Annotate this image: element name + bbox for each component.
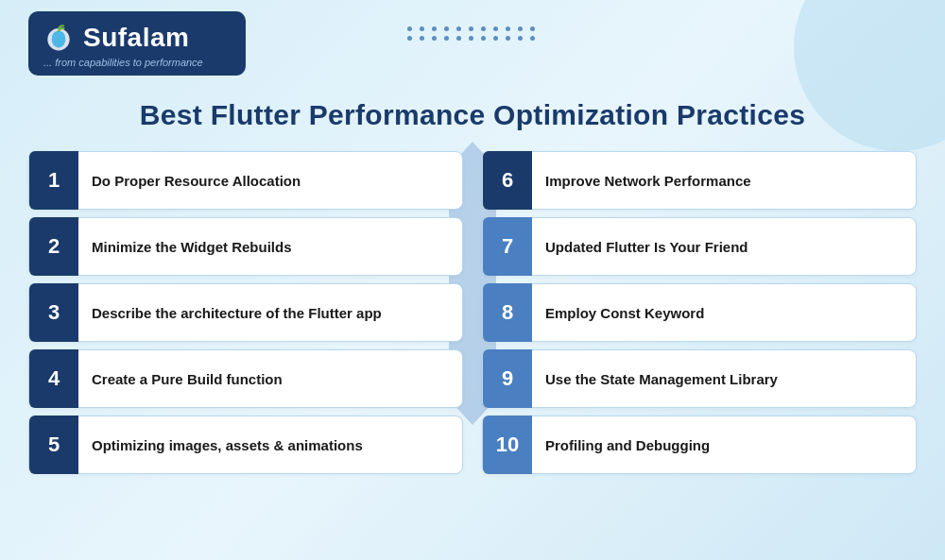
right-column: 6Improve Network Performance7Updated Flu… xyxy=(482,151,917,541)
dot xyxy=(481,36,486,41)
list-item: 5Optimizing images, assets & animations xyxy=(28,416,463,474)
dot xyxy=(456,36,461,41)
dot xyxy=(530,26,535,31)
list-item: 1Do Proper Resource Allocation xyxy=(28,151,463,210)
item-label: Create a Pure Build function xyxy=(92,371,283,387)
list-item: 6Improve Network Performance xyxy=(482,151,917,210)
list-item: 10Profiling and Debugging xyxy=(482,416,917,474)
item-number: 2 xyxy=(29,217,78,276)
list-item: 7Updated Flutter Is Your Friend xyxy=(482,217,917,276)
logo-tagline: ... from capabilities to performance xyxy=(43,57,203,68)
item-number: 4 xyxy=(29,349,78,408)
dot xyxy=(407,36,412,41)
list-item: 4Create a Pure Build function xyxy=(28,349,463,408)
dot xyxy=(444,36,449,41)
dot xyxy=(530,36,535,41)
dot xyxy=(493,26,498,31)
dot xyxy=(506,36,510,41)
item-label: Do Proper Resource Allocation xyxy=(92,173,301,189)
item-number: 5 xyxy=(29,416,78,474)
item-label: Employ Const Keyword xyxy=(545,305,704,321)
item-label: Improve Network Performance xyxy=(545,173,751,189)
item-label: Use the State Management Library xyxy=(545,371,778,387)
dot xyxy=(506,26,510,31)
item-number: 10 xyxy=(483,416,532,474)
dot xyxy=(469,36,473,41)
item-label: Minimize the Widget Rebuilds xyxy=(92,239,292,255)
dot xyxy=(518,36,523,41)
list-item: 9Use the State Management Library xyxy=(482,349,917,408)
dot-grid xyxy=(407,26,538,41)
dot xyxy=(407,26,412,31)
content-area: 1Do Proper Resource Allocation2Minimize … xyxy=(28,151,917,541)
dot xyxy=(444,26,449,31)
dot xyxy=(469,26,473,31)
dot xyxy=(420,36,424,41)
item-number: 9 xyxy=(483,349,532,408)
item-number: 1 xyxy=(29,151,78,210)
dot xyxy=(420,26,424,31)
item-number: 3 xyxy=(29,283,78,342)
dot xyxy=(456,26,461,31)
item-number: 6 xyxy=(483,151,532,210)
logo-name: Sufalam xyxy=(83,23,189,53)
item-number: 7 xyxy=(483,217,532,276)
item-label: Describe the architecture of the Flutter… xyxy=(92,305,382,321)
left-column: 1Do Proper Resource Allocation2Minimize … xyxy=(28,151,463,541)
item-number: 8 xyxy=(483,283,532,342)
item-label: Profiling and Debugging xyxy=(545,437,710,453)
dot xyxy=(493,36,498,41)
item-label: Updated Flutter Is Your Friend xyxy=(545,239,747,255)
dot xyxy=(432,36,437,41)
dot xyxy=(481,26,486,31)
dot xyxy=(518,26,523,31)
item-label: Optimizing images, assets & animations xyxy=(92,437,363,453)
page-title: Best Flutter Performance Optimization Pr… xyxy=(0,99,945,131)
list-item: 2Minimize the Widget Rebuilds xyxy=(28,217,463,276)
logo-box: Sufalam ... from capabilities to perform… xyxy=(28,11,246,76)
list-item: 8Employ Const Keyword xyxy=(482,283,917,342)
logo-icon xyxy=(42,21,76,55)
list-item: 3Describe the architecture of the Flutte… xyxy=(28,283,463,342)
dot xyxy=(432,26,437,31)
